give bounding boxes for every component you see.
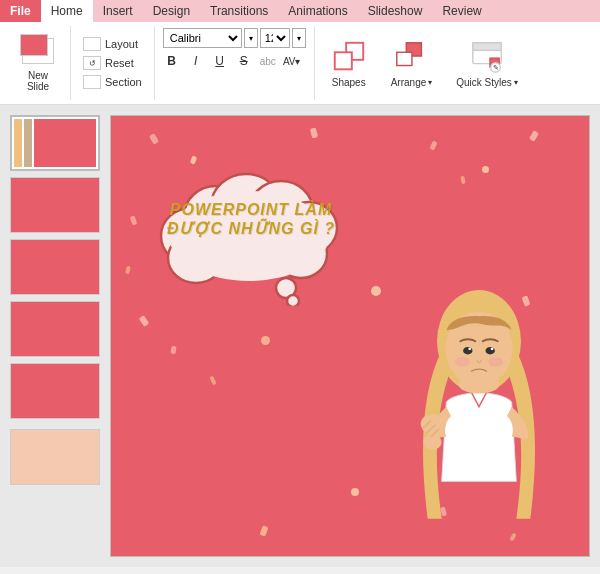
font-family-select[interactable]: Calibri [163, 28, 242, 48]
bubble-text: POWERPOINT LÀM ĐƯỢC NHỮNG GÌ ? [161, 201, 341, 238]
text-shadow-button[interactable]: abc [259, 52, 277, 70]
arrange-arrow: ▾ [428, 78, 432, 87]
bubble-line-1: POWERPOINT LÀM [161, 201, 341, 219]
decor-7 [130, 215, 138, 225]
slide-options: Layout ↺ Reset Section [71, 26, 155, 100]
slide-panel [10, 115, 100, 557]
section-label: Section [105, 76, 142, 88]
svg-point-25 [468, 347, 471, 350]
arrange-label: Arrange ▾ [391, 77, 433, 88]
svg-point-27 [455, 357, 470, 366]
circle-4 [482, 166, 489, 173]
slide-thumb-4[interactable] [10, 301, 100, 357]
underline-button[interactable]: U [211, 52, 229, 70]
font-row: Calibri ▾ 12 ▾ [163, 28, 306, 48]
circle-3 [351, 488, 359, 496]
decor-8 [125, 266, 131, 275]
decor-1 [149, 133, 159, 145]
menu-insert[interactable]: Insert [93, 0, 143, 22]
new-slide-section: NewSlide [6, 26, 71, 100]
shapes-section: Shapes Arrange ▾ [315, 26, 534, 100]
circle-5 [261, 336, 270, 345]
speech-bubble: POWERPOINT LÀM ĐƯỢC NHỮNG GÌ ? [141, 146, 361, 286]
decor-12 [259, 525, 268, 536]
quick-styles-arrow: ▾ [514, 78, 518, 87]
size-dropdown-arrow[interactable]: ▾ [292, 28, 306, 48]
svg-text:✎: ✎ [493, 64, 499, 71]
arrange-button[interactable]: Arrange ▾ [383, 35, 441, 92]
menu-design[interactable]: Design [143, 0, 200, 22]
svg-point-21 [423, 435, 442, 450]
decor-11 [209, 376, 216, 386]
strikethrough-button[interactable]: S [235, 52, 253, 70]
menu-bar: File Home Insert Design Transitions Anim… [0, 0, 600, 22]
slide-thumb-2[interactable] [10, 177, 100, 233]
shapes-label: Shapes [332, 77, 366, 88]
quick-styles-button[interactable]: ✎ Quick Styles ▾ [448, 35, 526, 92]
layout-label: Layout [105, 38, 138, 50]
layout-button[interactable]: Layout [79, 35, 146, 53]
decor-5 [460, 176, 465, 185]
kerning-button[interactable]: AV▾ [283, 52, 301, 70]
new-slide-label: NewSlide [27, 70, 49, 92]
slide-content: POWERPOINT LÀM ĐƯỢC NHỮNG GÌ ? [111, 116, 589, 556]
menu-review[interactable]: Review [432, 0, 491, 22]
decor-10 [170, 346, 176, 355]
menu-slideshow[interactable]: Slideshow [358, 0, 433, 22]
decor-6 [529, 130, 539, 142]
svg-point-24 [486, 347, 495, 354]
menu-file[interactable]: File [0, 0, 41, 22]
slide-thumb-1[interactable] [10, 115, 100, 171]
slide-icon-front [20, 34, 48, 56]
quick-styles-icon: ✎ [469, 39, 505, 75]
menu-animations[interactable]: Animations [278, 0, 357, 22]
svg-point-26 [491, 347, 494, 350]
slide-thumb-6[interactable] [10, 429, 100, 485]
svg-point-29 [458, 375, 499, 394]
decor-3 [310, 127, 318, 138]
svg-point-28 [488, 357, 503, 366]
bold-button[interactable]: B [163, 52, 181, 70]
thumb-main-1 [34, 119, 96, 167]
decor-4 [429, 140, 437, 150]
svg-rect-1 [334, 52, 351, 69]
slide-thumb-3[interactable] [10, 239, 100, 295]
reset-button[interactable]: ↺ Reset [79, 54, 146, 72]
arrange-icon [393, 39, 429, 75]
font-dropdown-arrow[interactable]: ▾ [244, 28, 258, 48]
menu-home[interactable]: Home [41, 0, 93, 22]
main-area: POWERPOINT LÀM ĐƯỢC NHỮNG GÌ ? [0, 105, 600, 567]
thumb-bar-1 [14, 119, 22, 167]
new-slide-icon [20, 34, 56, 70]
girl-illustration [389, 276, 569, 556]
svg-rect-5 [473, 42, 501, 50]
svg-point-18 [287, 295, 299, 306]
layout-icon [83, 37, 101, 51]
section-button[interactable]: Section [79, 73, 146, 91]
text-formatting-section: Calibri ▾ 12 ▾ B I U S abc AV▾ [155, 26, 315, 100]
section-icon [83, 75, 101, 89]
shapes-icon [331, 39, 367, 75]
new-slide-button[interactable]: NewSlide [14, 30, 62, 96]
decor-9 [139, 315, 150, 327]
shapes-button[interactable]: Shapes [323, 35, 375, 92]
menu-transitions[interactable]: Transitions [200, 0, 278, 22]
svg-rect-3 [397, 52, 412, 65]
thumb-bar-2 [24, 119, 32, 167]
reset-label: Reset [105, 57, 134, 69]
ribbon: NewSlide Layout ↺ Reset Section Calibri … [0, 22, 600, 105]
slide-view[interactable]: POWERPOINT LÀM ĐƯỢC NHỮNG GÌ ? [110, 115, 590, 557]
quick-styles-label: Quick Styles ▾ [456, 77, 518, 88]
slide-thumb-5[interactable] [10, 363, 100, 419]
italic-button[interactable]: I [187, 52, 205, 70]
reset-icon: ↺ [83, 56, 101, 70]
svg-point-23 [463, 347, 472, 354]
circle-2 [371, 286, 381, 296]
font-size-select[interactable]: 12 [260, 28, 290, 48]
format-row: B I U S abc AV▾ [163, 52, 306, 70]
bubble-line-2: ĐƯỢC NHỮNG GÌ ? [161, 219, 341, 238]
